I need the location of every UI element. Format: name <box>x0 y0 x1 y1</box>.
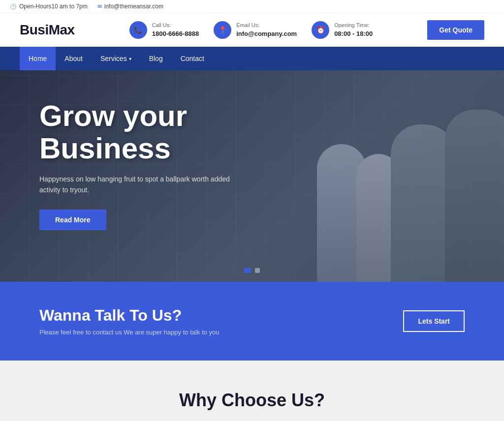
email-item: ✉ info@themeansar.com <box>97 3 163 10</box>
hero-dot-2[interactable] <box>255 268 260 273</box>
email-text: Email Us: info@company.com <box>236 22 297 38</box>
phone-icon: 📞 <box>129 21 147 39</box>
hours-item: 🕐 Open-Hours10 am to 7pm <box>10 3 88 10</box>
cta-subtext: Please feel free to contact us We are su… <box>39 329 219 336</box>
lets-start-button[interactable]: Lets Start <box>403 310 465 332</box>
opening-text: Opening Time: 08:00 - 18:00 <box>334 22 373 38</box>
header-info: 📞 Call Us: 1800-6666-8888 📍 Email Us: in… <box>129 21 373 39</box>
cta-text: Wanna Talk To Us? Please feel free to co… <box>39 306 219 336</box>
services-dropdown-icon: ▾ <box>129 56 131 61</box>
time-icon: ⏰ <box>312 21 329 39</box>
email-info: 📍 Email Us: info@company.com <box>214 21 297 39</box>
clock-icon: 🕐 <box>10 3 17 10</box>
location-icon: 📍 <box>214 21 231 39</box>
main-nav: Home About Services ▾ Blog Contact <box>0 47 504 70</box>
cta-section: Wanna Talk To Us? Please feel free to co… <box>0 282 504 361</box>
hero-dot-1[interactable] <box>244 268 251 273</box>
hero-dots <box>244 268 260 273</box>
figure-4 <box>445 110 504 282</box>
hero-subtitle: Happyness on low hanging fruit to spot a… <box>39 174 246 196</box>
nav-item-blog[interactable]: Blog <box>140 47 172 70</box>
opening-info: ⏰ Opening Time: 08:00 - 18:00 <box>312 21 373 39</box>
get-quote-button[interactable]: Get Quote <box>427 20 484 40</box>
cta-heading: Wanna Talk To Us? <box>39 306 219 325</box>
nav-item-home[interactable]: Home <box>20 47 56 70</box>
email-icon: ✉ <box>97 3 102 10</box>
read-more-button[interactable]: Read More <box>39 210 106 230</box>
hero-title: Grow your Business <box>39 100 256 165</box>
logo: BusiMax <box>20 22 75 38</box>
hero-content: Grow your Business Happyness on low hang… <box>0 70 295 260</box>
phone-info: 📞 Call Us: 1800-6666-8888 <box>129 21 199 39</box>
hours-text: Open-Hours10 am to 7pm <box>19 3 88 10</box>
nav-item-contact[interactable]: Contact <box>172 47 213 70</box>
why-section: Why Choose Us? <box>0 361 504 421</box>
top-bar: 🕐 Open-Hours10 am to 7pm ✉ info@themeans… <box>0 0 504 13</box>
why-heading: Why Choose Us? <box>20 390 484 411</box>
nav-item-about[interactable]: About <box>56 47 92 70</box>
hero-section: Grow your Business Happyness on low hang… <box>0 70 504 282</box>
phone-text: Call Us: 1800-6666-8888 <box>152 22 199 38</box>
nav-item-services[interactable]: Services ▾ <box>92 47 140 70</box>
topbar-email: info@themeansar.com <box>104 3 163 10</box>
header: BusiMax 📞 Call Us: 1800-6666-8888 📍 Emai… <box>0 13 504 47</box>
